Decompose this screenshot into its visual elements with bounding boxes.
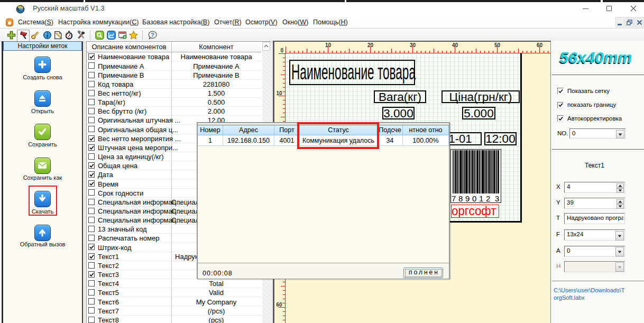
svg-text:?: ?: [151, 31, 154, 38]
